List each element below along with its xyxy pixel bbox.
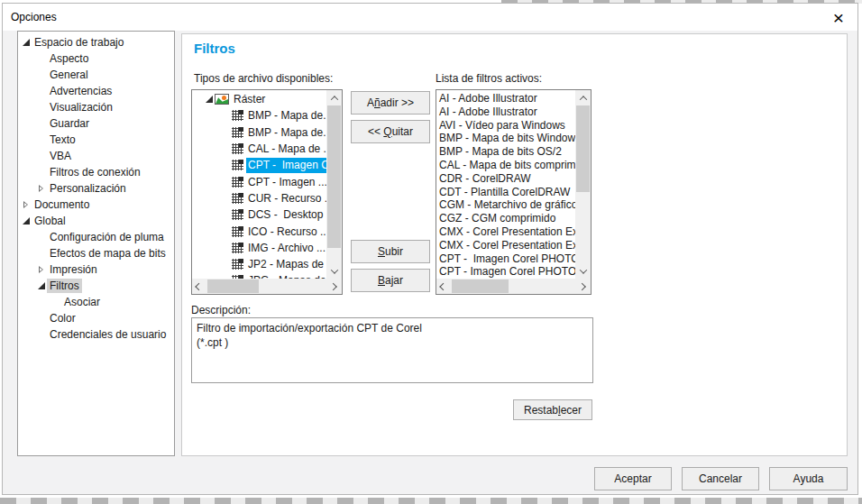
scrollbar-thumb[interactable] <box>207 279 259 293</box>
list-item-label: CUR - Recurso ... <box>246 190 326 206</box>
tree-item[interactable]: Configuración de pluma <box>18 229 174 245</box>
scroll-down-icon[interactable] <box>326 263 342 279</box>
list-item[interactable]: JP2 - Mapas de ... <box>192 256 326 272</box>
tree-item[interactable]: Color <box>18 310 174 326</box>
list-item[interactable]: CDT - Plantilla CorelDRAW <box>436 186 575 199</box>
tree-item[interactable]: Documento <box>18 197 174 213</box>
tree-item[interactable]: Aspecto <box>18 50 174 67</box>
tree-item[interactable]: Global <box>18 213 174 229</box>
list-item[interactable]: CAL - Mapa de bits comprimido <box>436 159 575 172</box>
tree-item-label: Impresión <box>47 262 100 277</box>
list-item-label: CGZ - CGM comprimido <box>439 212 555 225</box>
list-item[interactable]: CUR - Recurso ... <box>192 190 326 206</box>
horizontal-scrollbar[interactable] <box>436 279 591 294</box>
tree-item-label: General <box>47 68 91 82</box>
description-box: Filtro de importación/exportación CPT de… <box>191 317 593 383</box>
reset-button[interactable]: Restablecer <box>513 399 592 420</box>
list-item-label: CAL - Mapa de ... <box>246 142 326 157</box>
tree-item[interactable]: Impresión <box>18 261 174 278</box>
tree-item[interactable]: Espacio de trabajo <box>18 34 174 50</box>
tree-item-label: Global <box>32 214 69 228</box>
list-item[interactable]: BMP - Mapa de bits Windows <box>436 132 575 145</box>
tree-item[interactable]: Guardar <box>18 115 174 132</box>
tree-item-label: Advertencias <box>47 84 115 98</box>
tree-item[interactable]: Filtros de conexión <box>18 164 174 180</box>
tree-item[interactable]: Efectos de mapa de bits <box>18 245 174 261</box>
list-item[interactable]: CAL - Mapa de ... <box>192 141 326 157</box>
vertical-scrollbar[interactable] <box>326 90 342 279</box>
scroll-left-icon[interactable] <box>436 279 452 294</box>
tree-expand-icon[interactable] <box>21 37 32 48</box>
list-item-label: CGM - Metarchivo de gráficos <box>439 198 575 211</box>
title-bar: Opciones × <box>3 4 857 31</box>
list-item[interactable]: BMP - Mapa de... <box>192 124 326 141</box>
vertical-scrollbar[interactable] <box>575 90 591 279</box>
cancel-button[interactable]: Cancelar <box>682 467 759 490</box>
list-item[interactable]: BMP - Mapa de... <box>192 107 326 124</box>
scroll-down-icon[interactable] <box>575 263 591 279</box>
list-item[interactable]: BMP - Mapa de bits OS/2 <box>436 145 575 159</box>
list-item[interactable]: ICO - Recurso ... <box>192 223 326 239</box>
tree-expand-icon[interactable] <box>36 183 47 194</box>
list-item[interactable]: DCS - Desktop ... <box>192 206 326 223</box>
accept-button[interactable]: Aceptar <box>594 467 672 490</box>
scroll-up-icon[interactable] <box>575 90 591 105</box>
available-filters-rows: Ráster BMP - Mapa de... BMP - <box>192 91 326 279</box>
tree-item-label: Visualización <box>47 100 115 115</box>
tree-item[interactable]: Asociar <box>18 294 174 310</box>
list-item-label: ICO - Recurso ... <box>246 224 326 239</box>
list-item[interactable]: CGM - Metarchivo de gráficos <box>436 198 575 212</box>
tree-item-label: Espacio de trabajo <box>32 35 126 50</box>
tree-item-label: Personalización <box>47 181 129 196</box>
scrollbar-thumb[interactable] <box>452 279 509 293</box>
help-button[interactable]: Ayuda <box>769 467 848 490</box>
tree-item[interactable]: Visualización <box>18 99 174 115</box>
tree-item[interactable]: VBA <box>18 148 174 164</box>
list-item[interactable]: CGZ - CGM comprimido <box>436 212 575 225</box>
tree-expand-icon[interactable] <box>36 264 47 275</box>
tree-item[interactable]: Advertencias <box>18 83 174 99</box>
tree-item[interactable]: Texto <box>18 132 174 148</box>
list-item-label: IMG - Archivo ... <box>246 240 326 255</box>
available-list-label: Tipos de archivo disponibles: <box>194 72 333 85</box>
scroll-left-icon[interactable] <box>192 279 207 294</box>
tree-item-label: Guardar <box>47 116 92 131</box>
horizontal-scrollbar[interactable] <box>192 279 342 294</box>
tree-item-label: Aspecto <box>47 51 91 66</box>
scrollbar-thumb[interactable] <box>576 105 590 192</box>
tree-expand-icon[interactable] <box>21 199 32 210</box>
close-icon[interactable]: × <box>827 5 850 29</box>
tree-item[interactable]: Filtros <box>18 278 174 294</box>
list-group-raster[interactable]: Ráster <box>192 91 326 107</box>
tree-item[interactable]: General <box>18 67 174 83</box>
move-up-button[interactable]: Subir <box>351 240 430 263</box>
list-item[interactable]: CPT - Imagen Corel PHOTO-PAINT <box>436 252 575 266</box>
scroll-up-icon[interactable] <box>326 90 342 105</box>
list-item[interactable]: AI - Adobe Illustrator <box>436 92 575 105</box>
list-item[interactable]: CPT - Imagen ... <box>192 173 326 189</box>
list-item[interactable]: JPG - Mapas de <box>192 272 326 279</box>
list-item-label: CPT - Imagen Corel PHOTO-PAINT <box>439 252 575 265</box>
tree-item[interactable]: Personalización <box>18 180 174 197</box>
tree-item-label: Filtros de conexión <box>47 165 143 179</box>
scroll-right-icon[interactable] <box>326 279 342 294</box>
list-item[interactable]: CMX - Corel Presentation Exchange <box>436 239 575 252</box>
list-item[interactable]: AI - Adobe Illustrator <box>436 105 575 119</box>
list-item[interactable]: CMX - Corel Presentation Exchange <box>436 225 575 239</box>
scrollbar-thumb[interactable] <box>327 105 341 248</box>
tree-expand-icon[interactable] <box>21 215 32 226</box>
list-group-label: Ráster <box>232 92 326 107</box>
tree-item[interactable]: Credenciales de usuario <box>18 326 174 343</box>
add-button[interactable]: Añadir >> <box>351 91 430 115</box>
list-item[interactable]: AVI - Vídeo para Windows <box>436 119 575 133</box>
tree-expand-icon[interactable] <box>36 280 47 291</box>
tree-expand-icon[interactable] <box>204 94 215 105</box>
remove-button[interactable]: << Quitar <box>351 120 430 143</box>
list-item[interactable]: IMG - Archivo ... <box>192 240 326 256</box>
list-item[interactable]: CPT - Imagen Co <box>192 157 326 173</box>
list-item-label: BMP - Mapa de bits OS/2 <box>439 145 562 158</box>
list-item[interactable]: CDR - CorelDRAW <box>436 172 575 186</box>
scroll-right-icon[interactable] <box>575 279 591 294</box>
list-item[interactable]: CPT - Imagen Corel PHOTO-PAINT <box>436 265 575 279</box>
move-down-button[interactable]: Bajar <box>351 269 430 292</box>
